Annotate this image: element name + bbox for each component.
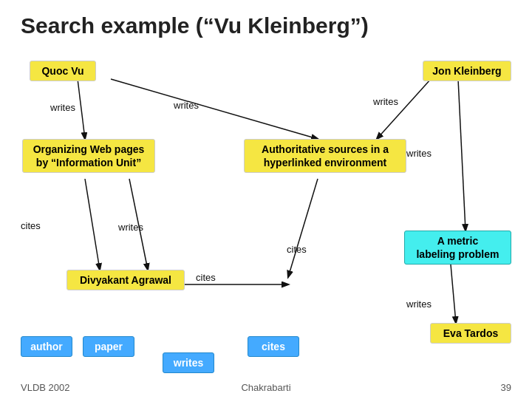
edge-label-cites-3: cites (287, 244, 307, 255)
edge-label-cites-2: cites (196, 272, 216, 283)
svg-line-0 (78, 79, 85, 139)
node-organizing: Organizing Web pagesby “Information Unit… (22, 139, 155, 173)
svg-line-7 (288, 179, 318, 277)
node-jon-kleinberg: Jon Kleinberg (423, 61, 511, 81)
node-metric: A metriclabeling problem (404, 231, 511, 265)
footer-right: 39 (501, 382, 511, 393)
edge-label-writes-eva: writes (406, 299, 432, 310)
button-cites[interactable]: cites (248, 336, 299, 357)
edge-label-cites-1: cites (21, 220, 41, 231)
svg-line-4 (85, 179, 100, 270)
edge-label-writes-3: writes (373, 96, 398, 107)
node-authoritative: Authoritative sources in ahyperlinked en… (244, 139, 406, 173)
edge-label-writes-2: writes (174, 100, 199, 111)
footer-left: VLDB 2002 (21, 382, 70, 393)
node-divyakant: Divyakant Agrawal (66, 270, 185, 290)
edge-label-writes-1: writes (50, 102, 75, 113)
button-paper[interactable]: paper (83, 336, 134, 357)
edge-label-writes-5: writes (118, 222, 143, 233)
svg-line-2 (377, 79, 431, 139)
svg-line-8 (451, 265, 456, 323)
node-eva-tardos: Eva Tardos (430, 323, 511, 344)
svg-line-3 (458, 79, 466, 231)
node-quoc-vu: Quoc Vu (30, 61, 96, 81)
slide-title: Search example (“Vu Kleinberg”) (21, 13, 511, 38)
button-author[interactable]: author (21, 336, 72, 357)
svg-line-1 (111, 79, 318, 139)
footer-center: Chakrabarti (241, 382, 290, 393)
edge-label-writes-4: writes (406, 148, 432, 159)
button-writes[interactable]: writes (163, 352, 214, 373)
